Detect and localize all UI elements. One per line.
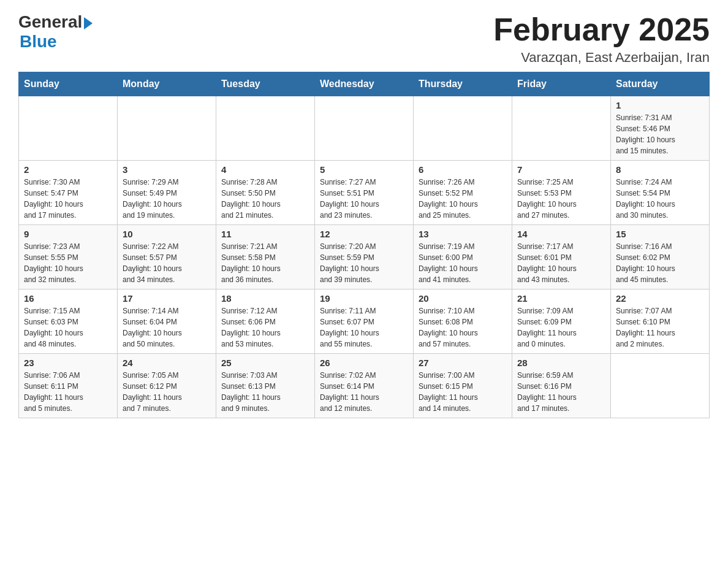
day-info: Sunrise: 6:59 AM Sunset: 6:16 PM Dayligh…	[517, 370, 605, 414]
day-number: 28	[517, 358, 605, 368]
calendar-cell: 20Sunrise: 7:10 AM Sunset: 6:08 PM Dayli…	[414, 289, 512, 354]
day-info: Sunrise: 7:27 AM Sunset: 5:51 PM Dayligh…	[320, 177, 408, 221]
calendar-cell: 6Sunrise: 7:26 AM Sunset: 5:52 PM Daylig…	[414, 161, 512, 225]
calendar-cell: 19Sunrise: 7:11 AM Sunset: 6:07 PM Dayli…	[315, 289, 414, 354]
day-info: Sunrise: 7:28 AM Sunset: 5:50 PM Dayligh…	[221, 177, 309, 221]
calendar-cell	[216, 96, 315, 161]
day-info: Sunrise: 7:17 AM Sunset: 6:01 PM Dayligh…	[517, 241, 605, 285]
day-number: 26	[320, 358, 408, 368]
day-info: Sunrise: 7:29 AM Sunset: 5:49 PM Dayligh…	[123, 177, 211, 221]
day-number: 6	[419, 164, 507, 175]
column-header-thursday: Thursday	[414, 72, 512, 96]
day-info: Sunrise: 7:14 AM Sunset: 6:04 PM Dayligh…	[123, 305, 211, 350]
logo-blue-text: Blue	[20, 32, 57, 52]
calendar-week-row: 16Sunrise: 7:15 AM Sunset: 6:03 PM Dayli…	[19, 289, 710, 354]
day-info: Sunrise: 7:09 AM Sunset: 6:09 PM Dayligh…	[517, 305, 605, 350]
day-info: Sunrise: 7:30 AM Sunset: 5:47 PM Dayligh…	[24, 177, 112, 221]
calendar-cell: 22Sunrise: 7:07 AM Sunset: 6:10 PM Dayli…	[611, 289, 710, 354]
day-number: 7	[517, 164, 605, 175]
calendar-cell: 12Sunrise: 7:20 AM Sunset: 5:59 PM Dayli…	[315, 225, 414, 289]
day-number: 3	[123, 164, 211, 175]
day-info: Sunrise: 7:16 AM Sunset: 6:02 PM Dayligh…	[616, 241, 704, 285]
day-info: Sunrise: 7:22 AM Sunset: 5:57 PM Dayligh…	[123, 241, 211, 285]
day-number: 10	[123, 229, 211, 239]
calendar-cell: 26Sunrise: 7:02 AM Sunset: 6:14 PM Dayli…	[315, 354, 414, 418]
day-number: 5	[320, 164, 408, 175]
day-info: Sunrise: 7:23 AM Sunset: 5:55 PM Dayligh…	[24, 241, 112, 285]
day-info: Sunrise: 7:25 AM Sunset: 5:53 PM Dayligh…	[517, 177, 605, 221]
column-header-tuesday: Tuesday	[216, 72, 315, 96]
day-info: Sunrise: 7:02 AM Sunset: 6:14 PM Dayligh…	[320, 370, 408, 414]
calendar-cell: 23Sunrise: 7:06 AM Sunset: 6:11 PM Dayli…	[19, 354, 118, 418]
day-number: 18	[221, 293, 309, 304]
day-number: 22	[616, 293, 704, 304]
day-number: 16	[24, 293, 112, 304]
calendar-cell: 8Sunrise: 7:24 AM Sunset: 5:54 PM Daylig…	[611, 161, 710, 225]
calendar-cell: 9Sunrise: 7:23 AM Sunset: 5:55 PM Daylig…	[19, 225, 118, 289]
day-number: 2	[24, 164, 112, 175]
logo-general-text: General	[18, 12, 82, 32]
day-number: 11	[221, 229, 309, 239]
day-info: Sunrise: 7:05 AM Sunset: 6:12 PM Dayligh…	[123, 370, 211, 414]
day-number: 9	[24, 229, 112, 239]
calendar-cell: 27Sunrise: 7:00 AM Sunset: 6:15 PM Dayli…	[414, 354, 512, 418]
calendar-cell	[414, 96, 512, 161]
calendar-week-row: 9Sunrise: 7:23 AM Sunset: 5:55 PM Daylig…	[19, 225, 710, 289]
column-header-wednesday: Wednesday	[315, 72, 414, 96]
calendar-cell: 24Sunrise: 7:05 AM Sunset: 6:12 PM Dayli…	[118, 354, 216, 418]
calendar-cell: 11Sunrise: 7:21 AM Sunset: 5:58 PM Dayli…	[216, 225, 315, 289]
calendar-cell: 10Sunrise: 7:22 AM Sunset: 5:57 PM Dayli…	[118, 225, 216, 289]
column-header-monday: Monday	[118, 72, 216, 96]
calendar-cell: 14Sunrise: 7:17 AM Sunset: 6:01 PM Dayli…	[512, 225, 611, 289]
calendar-week-row: 23Sunrise: 7:06 AM Sunset: 6:11 PM Dayli…	[19, 354, 710, 418]
day-number: 23	[24, 358, 112, 368]
day-info: Sunrise: 7:11 AM Sunset: 6:07 PM Dayligh…	[320, 305, 408, 350]
title-block: February 2025 Varazqan, East Azerbaijan,…	[493, 12, 710, 66]
day-number: 27	[419, 358, 507, 368]
day-number: 24	[123, 358, 211, 368]
calendar-cell: 5Sunrise: 7:27 AM Sunset: 5:51 PM Daylig…	[315, 161, 414, 225]
day-number: 20	[419, 293, 507, 304]
calendar-cell: 21Sunrise: 7:09 AM Sunset: 6:09 PM Dayli…	[512, 289, 611, 354]
calendar-cell	[315, 96, 414, 161]
day-number: 13	[419, 229, 507, 239]
day-number: 17	[123, 293, 211, 304]
day-info: Sunrise: 7:12 AM Sunset: 6:06 PM Dayligh…	[221, 305, 309, 350]
column-header-sunday: Sunday	[19, 72, 118, 96]
calendar-cell: 2Sunrise: 7:30 AM Sunset: 5:47 PM Daylig…	[19, 161, 118, 225]
day-info: Sunrise: 7:06 AM Sunset: 6:11 PM Dayligh…	[24, 370, 112, 414]
day-info: Sunrise: 7:19 AM Sunset: 6:00 PM Dayligh…	[419, 241, 507, 285]
location-text: Varazqan, East Azerbaijan, Iran	[493, 50, 710, 66]
calendar-cell	[512, 96, 611, 161]
day-info: Sunrise: 7:26 AM Sunset: 5:52 PM Dayligh…	[419, 177, 507, 221]
day-info: Sunrise: 7:21 AM Sunset: 5:58 PM Dayligh…	[221, 241, 309, 285]
day-number: 8	[616, 164, 704, 175]
day-info: Sunrise: 7:15 AM Sunset: 6:03 PM Dayligh…	[24, 305, 112, 350]
logo: General Blue	[18, 12, 93, 52]
day-number: 1	[616, 100, 704, 110]
calendar-cell: 18Sunrise: 7:12 AM Sunset: 6:06 PM Dayli…	[216, 289, 315, 354]
calendar-cell: 25Sunrise: 7:03 AM Sunset: 6:13 PM Dayli…	[216, 354, 315, 418]
day-number: 12	[320, 229, 408, 239]
column-header-saturday: Saturday	[611, 72, 710, 96]
day-number: 14	[517, 229, 605, 239]
month-title: February 2025	[493, 12, 710, 47]
calendar-table: SundayMondayTuesdayWednesdayThursdayFrid…	[18, 72, 710, 418]
column-header-friday: Friday	[512, 72, 611, 96]
day-number: 15	[616, 229, 704, 239]
calendar-cell	[611, 354, 710, 418]
day-info: Sunrise: 7:10 AM Sunset: 6:08 PM Dayligh…	[419, 305, 507, 350]
day-number: 25	[221, 358, 309, 368]
day-info: Sunrise: 7:03 AM Sunset: 6:13 PM Dayligh…	[221, 370, 309, 414]
calendar-cell: 28Sunrise: 6:59 AM Sunset: 6:16 PM Dayli…	[512, 354, 611, 418]
day-info: Sunrise: 7:20 AM Sunset: 5:59 PM Dayligh…	[320, 241, 408, 285]
calendar-header-row: SundayMondayTuesdayWednesdayThursdayFrid…	[19, 72, 710, 96]
calendar-cell: 1Sunrise: 7:31 AM Sunset: 5:46 PM Daylig…	[611, 96, 710, 161]
calendar-cell: 4Sunrise: 7:28 AM Sunset: 5:50 PM Daylig…	[216, 161, 315, 225]
day-info: Sunrise: 7:00 AM Sunset: 6:15 PM Dayligh…	[419, 370, 507, 414]
calendar-cell	[118, 96, 216, 161]
day-number: 21	[517, 293, 605, 304]
calendar-cell: 7Sunrise: 7:25 AM Sunset: 5:53 PM Daylig…	[512, 161, 611, 225]
calendar-cell: 13Sunrise: 7:19 AM Sunset: 6:00 PM Dayli…	[414, 225, 512, 289]
calendar-cell: 15Sunrise: 7:16 AM Sunset: 6:02 PM Dayli…	[611, 225, 710, 289]
